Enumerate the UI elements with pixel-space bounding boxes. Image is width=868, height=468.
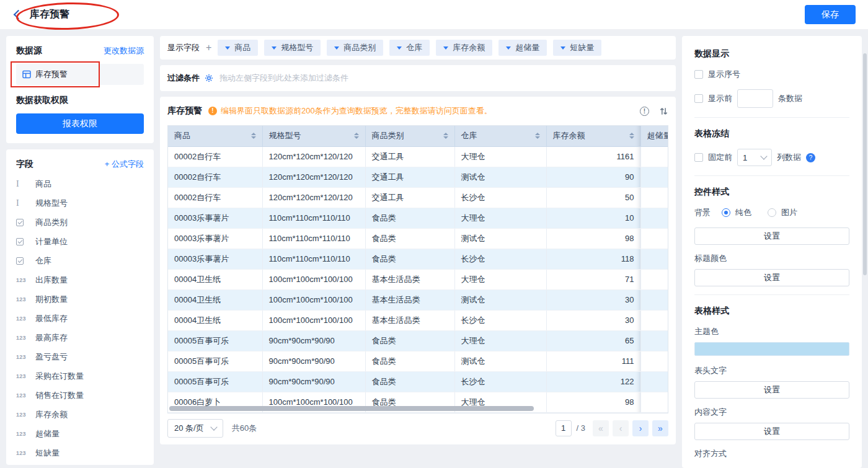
field-item[interactable]: 计量单位: [16, 232, 144, 251]
field-item[interactable]: 最高库存: [16, 328, 144, 347]
table-row[interactable]: 00004卫生纸 100cm*100cm*100/100 基本生活品类 大理仓 …: [168, 269, 668, 289]
sort-icon[interactable]: [629, 133, 634, 139]
last-page-button[interactable]: »: [652, 420, 668, 436]
table-row[interactable]: 00002自行车 120cm*120cm*120/120 交通工具 测试仓 90: [168, 167, 668, 187]
column-header[interactable]: 商品类别: [365, 126, 454, 146]
next-page-button[interactable]: ›: [632, 420, 649, 436]
field-type-icon: [16, 392, 30, 399]
column-header[interactable]: 库存余额: [546, 126, 640, 146]
field-item[interactable]: 规格型号: [16, 193, 144, 213]
theme-color-swatch[interactable]: [694, 342, 849, 356]
table-row[interactable]: 00003乐事薯片 110cm*110cm*110/110 食品类 大理仓 10: [168, 208, 668, 228]
column-header[interactable]: 商品: [168, 126, 262, 146]
preview-notice: ! 编辑界面只取数据源前200条作为查询数据预览，完整数据请访问页面查看。: [208, 105, 492, 117]
freeze-count-select[interactable]: 1: [737, 149, 772, 166]
display-field-chip[interactable]: 超储量: [498, 40, 547, 56]
cell-overstock: [640, 269, 668, 289]
cell-product: 00003乐事薯片: [168, 208, 262, 228]
chevron-down-icon: [272, 46, 277, 50]
save-button[interactable]: 保存: [805, 5, 856, 24]
cell-overstock: [640, 187, 668, 208]
field-item[interactable]: 盈亏盘亏: [16, 347, 144, 366]
display-field-chip[interactable]: 仓库: [389, 40, 430, 56]
datasource-item[interactable]: 库存预警: [16, 64, 144, 85]
display-field-chip[interactable]: 库存余额: [436, 40, 492, 56]
align-label: 对齐方式: [694, 448, 849, 459]
table-row[interactable]: 00005百事可乐 90cm*90cm*90/90 食品类 长沙仓 122: [168, 371, 668, 392]
table-row[interactable]: 00004卫生纸 100cm*100cm*100/100 基本生活品类 长沙仓 …: [168, 310, 668, 330]
field-type-icon: [16, 238, 30, 245]
field-item[interactable]: 短缺量: [16, 443, 144, 462]
field-type-icon: [16, 354, 30, 360]
field-item[interactable]: 库存余额: [16, 405, 144, 424]
table-row[interactable]: 00002自行车 120cm*120cm*120/120 交通工具 大理仓 11…: [168, 146, 668, 167]
field-item[interactable]: 采购在订数量: [16, 366, 144, 386]
title-color-set-button[interactable]: 设置: [694, 269, 849, 286]
field-item[interactable]: 最低库存: [16, 309, 144, 328]
table-row[interactable]: 00003乐事薯片 110cm*110cm*110/110 食品类 长沙仓 11…: [168, 249, 668, 269]
field-item[interactable]: 超储量: [16, 424, 144, 443]
column-header-label: 商品类别: [372, 130, 404, 141]
change-datasource-link[interactable]: 更改数据源: [104, 45, 144, 56]
sort-icon[interactable]: [535, 133, 540, 139]
cell-overstock: [640, 371, 668, 392]
gear-icon[interactable]: [205, 74, 213, 82]
help-icon[interactable]: ?: [806, 153, 815, 162]
sort-order-icon[interactable]: [659, 107, 668, 116]
cell-product: 00004卫生纸: [168, 269, 262, 289]
column-header[interactable]: 超储量: [640, 126, 668, 146]
cell-warehouse: 大理仓: [454, 330, 546, 351]
field-type-icon: [16, 335, 30, 341]
page-size-select[interactable]: 20 条/页: [167, 419, 223, 438]
datasource-panel: 数据源 更改数据源 库存预警 数据获取权限 报表权限: [6, 36, 154, 143]
horizontal-scrollbar[interactable]: [169, 406, 534, 411]
field-item[interactable]: 商品类别: [16, 213, 144, 232]
table-row[interactable]: 00004卫生纸 100cm*100cm*100/100 基本生活品类 测试仓 …: [168, 289, 668, 310]
cell-spec: 100cm*100cm*100/100: [262, 269, 365, 289]
cell-product: 00004卫生纸: [168, 310, 262, 330]
cell-balance: 118: [546, 249, 640, 269]
field-item[interactable]: 出库数量: [16, 270, 144, 289]
field-item[interactable]: 销售在订数量: [16, 386, 144, 405]
cell-spec: 90cm*90cm*90/90: [262, 351, 365, 371]
current-page-input[interactable]: 1: [556, 420, 572, 436]
info-icon[interactable]: !: [640, 107, 649, 116]
prev-page-button[interactable]: ‹: [613, 420, 629, 436]
display-field-chip[interactable]: 规格型号: [264, 40, 321, 56]
show-first-count-input[interactable]: [737, 89, 773, 108]
filter-dropzone-placeholder[interactable]: 拖动左侧字段到此处来添加过滤条件: [219, 73, 348, 84]
back-button[interactable]: [12, 9, 24, 20]
table-row[interactable]: 00003乐事薯片 110cm*110cm*110/110 食品类 测试仓 98: [168, 228, 668, 249]
content-text-set-button[interactable]: 设置: [694, 423, 849, 440]
show-first-checkbox[interactable]: [694, 94, 703, 103]
table-row[interactable]: 00005百事可乐 90cm*90cm*90/90 食品类 测试仓 111: [168, 351, 668, 371]
display-field-chip[interactable]: 商品: [218, 40, 258, 56]
show-index-checkbox[interactable]: [694, 70, 703, 79]
report-permission-button[interactable]: 报表权限: [16, 113, 144, 134]
column-header[interactable]: 仓库: [454, 126, 546, 146]
bg-image-radio[interactable]: [768, 208, 776, 217]
bg-solid-radio[interactable]: [722, 208, 730, 217]
vertical-scrollbar[interactable]: [863, 53, 867, 275]
sort-icon[interactable]: [251, 133, 256, 139]
column-header[interactable]: 规格型号: [262, 126, 365, 146]
title-color-label: 标题颜色: [694, 253, 849, 264]
freeze-checkbox[interactable]: [694, 153, 703, 162]
field-item[interactable]: 期初数量: [16, 289, 144, 309]
background-set-button[interactable]: 设置: [694, 227, 849, 245]
display-field-chip[interactable]: 商品类别: [327, 40, 383, 56]
field-item[interactable]: 商品: [16, 174, 144, 193]
sort-icon[interactable]: [354, 133, 359, 139]
first-page-button[interactable]: «: [593, 420, 609, 436]
table-row[interactable]: 00005百事可乐 90cm*90cm*90/90 食品类 大理仓 65: [168, 330, 668, 351]
divider: [694, 294, 849, 295]
field-item[interactable]: 仓库: [16, 251, 144, 270]
sort-icon[interactable]: [443, 133, 448, 139]
table-row[interactable]: 00002自行车 120cm*120cm*120/120 交通工具 长沙仓 50: [168, 187, 668, 208]
field-label: 采购在订数量: [35, 371, 84, 382]
add-formula-field-link[interactable]: + 公式字段: [105, 159, 144, 170]
display-field-chip[interactable]: 短缺量: [553, 40, 601, 56]
add-display-field-button[interactable]: +: [206, 42, 211, 53]
field-label: 超储量: [35, 428, 60, 439]
header-text-set-button[interactable]: 设置: [694, 381, 849, 399]
